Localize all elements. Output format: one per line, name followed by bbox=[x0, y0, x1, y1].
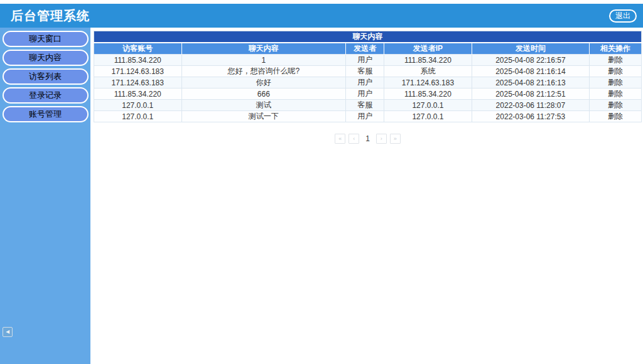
chat-content-cell: 测试 bbox=[181, 100, 346, 111]
pagination: « ‹ 1 › » bbox=[94, 134, 642, 144]
table-row: 127.0.0.1测试客服127.0.0.12022-03-06 11:28:0… bbox=[94, 100, 642, 111]
table-body: 111.85.34.2201用户111.85.34.2202025-04-08 … bbox=[94, 55, 642, 122]
chat-content-table: 聊天内容 访客账号 聊天内容 发送者 发送者IP 发送时间 相关操作 111.8… bbox=[94, 31, 642, 122]
sender-cell: 用户 bbox=[346, 77, 384, 88]
logout-button[interactable]: 退出 bbox=[609, 9, 637, 23]
table-title: 聊天内容 bbox=[94, 31, 642, 43]
sender-cell: 客服 bbox=[346, 100, 384, 111]
delete-action[interactable]: 删除 bbox=[590, 100, 642, 111]
visitor-account-cell: 171.124.63.183 bbox=[94, 77, 182, 88]
sender-ip-cell: 系统 bbox=[384, 66, 472, 77]
layout: 聊天窗口 聊天内容 访客列表 登录记录 账号管理 ◀ 聊天内容 访客账号 聊天内… bbox=[0, 28, 643, 364]
sidebar-item-visitor-list[interactable]: 访客列表 bbox=[3, 68, 89, 85]
visitor-account-cell: 111.85.34.220 bbox=[94, 55, 182, 66]
delete-action[interactable]: 删除 bbox=[590, 88, 642, 100]
chat-content-cell: 您好，想咨询什么呢? bbox=[181, 66, 346, 77]
sender-ip-cell: 127.0.0.1 bbox=[384, 100, 472, 111]
sender-ip-cell: 171.124.63.183 bbox=[384, 77, 472, 88]
sidebar-item-account-management[interactable]: 账号管理 bbox=[3, 106, 89, 122]
send-time-cell: 2025-04-08 22:16:57 bbox=[472, 55, 589, 66]
sender-cell: 客服 bbox=[346, 66, 384, 77]
sender-ip-cell: 111.85.34.220 bbox=[384, 88, 472, 100]
delete-action[interactable]: 删除 bbox=[590, 111, 642, 122]
column-header-sender-ip: 发送者IP bbox=[384, 43, 472, 55]
visitor-account-cell: 111.85.34.220 bbox=[94, 88, 182, 100]
main-content: 聊天内容 访客账号 聊天内容 发送者 发送者IP 发送时间 相关操作 111.8… bbox=[90, 28, 643, 364]
sender-cell: 用户 bbox=[346, 88, 384, 100]
send-time-cell: 2025-04-08 21:16:14 bbox=[472, 66, 589, 77]
chat-content-cell: 666 bbox=[181, 88, 346, 100]
sender-cell: 用户 bbox=[346, 111, 384, 122]
column-header-operations: 相关操作 bbox=[590, 43, 642, 55]
send-time-cell: 2025-04-08 21:12:51 bbox=[472, 88, 589, 100]
sender-ip-cell: 111.85.34.220 bbox=[384, 55, 472, 66]
pagination-current-page: 1 bbox=[362, 134, 373, 143]
sidebar-collapse-button[interactable]: ◀ bbox=[3, 327, 13, 337]
table-title-row: 聊天内容 bbox=[94, 31, 642, 43]
pagination-next-button[interactable]: › bbox=[376, 134, 387, 144]
chat-content-cell: 1 bbox=[181, 55, 346, 66]
send-time-cell: 2022-03-06 11:28:07 bbox=[472, 100, 589, 111]
sidebar-item-chat-window[interactable]: 聊天窗口 bbox=[3, 31, 89, 47]
table-row: 111.85.34.220666用户111.85.34.2202025-04-0… bbox=[94, 88, 642, 100]
visitor-account-cell: 127.0.0.1 bbox=[94, 100, 182, 111]
column-header-chat-content: 聊天内容 bbox=[181, 43, 346, 55]
pagination-first-button[interactable]: « bbox=[335, 134, 345, 144]
sidebar-item-chat-content[interactable]: 聊天内容 bbox=[3, 50, 89, 66]
delete-action[interactable]: 删除 bbox=[590, 55, 642, 66]
collapse-arrow-icon: ◀ bbox=[6, 329, 9, 335]
page-title: 后台管理系统 bbox=[11, 8, 90, 24]
send-time-cell: 2025-04-08 21:16:13 bbox=[472, 77, 589, 88]
send-time-cell: 2022-03-06 11:27:53 bbox=[472, 111, 589, 122]
table-row: 127.0.0.1测试一下用户127.0.0.12022-03-06 11:27… bbox=[94, 111, 642, 122]
table-row: 111.85.34.2201用户111.85.34.2202025-04-08 … bbox=[94, 55, 642, 66]
visitor-account-cell: 127.0.0.1 bbox=[94, 111, 182, 122]
delete-action[interactable]: 删除 bbox=[590, 77, 642, 88]
sender-ip-cell: 127.0.0.1 bbox=[384, 111, 472, 122]
delete-action[interactable]: 删除 bbox=[590, 66, 642, 77]
pagination-prev-button[interactable]: ‹ bbox=[349, 134, 359, 144]
table-header-row: 访客账号 聊天内容 发送者 发送者IP 发送时间 相关操作 bbox=[94, 43, 642, 55]
app-header: 后台管理系统 退出 bbox=[0, 4, 643, 28]
sidebar-item-login-records[interactable]: 登录记录 bbox=[3, 87, 89, 104]
table-row: 171.124.63.183您好，想咨询什么呢?客服系统2025-04-08 2… bbox=[94, 66, 642, 77]
column-header-send-time: 发送时间 bbox=[472, 43, 589, 55]
sender-cell: 用户 bbox=[346, 55, 384, 66]
chat-content-cell: 测试一下 bbox=[181, 111, 346, 122]
column-header-visitor-account: 访客账号 bbox=[94, 43, 182, 55]
visitor-account-cell: 171.124.63.183 bbox=[94, 66, 182, 77]
chat-content-cell: 你好 bbox=[181, 77, 346, 88]
column-header-sender: 发送者 bbox=[346, 43, 384, 55]
table-row: 171.124.63.183你好用户171.124.63.1832025-04-… bbox=[94, 77, 642, 88]
sidebar: 聊天窗口 聊天内容 访客列表 登录记录 账号管理 ◀ bbox=[0, 28, 90, 364]
pagination-last-button[interactable]: » bbox=[390, 134, 401, 144]
